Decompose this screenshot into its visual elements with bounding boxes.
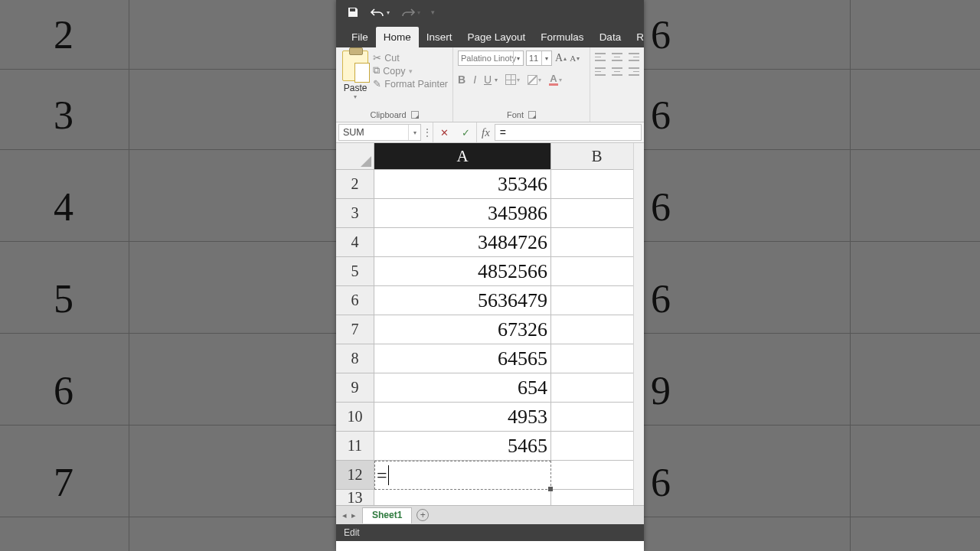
font-launcher-icon[interactable] bbox=[528, 111, 536, 119]
font-size-value: 11 bbox=[529, 54, 538, 63]
cell-A10[interactable]: 4953 bbox=[374, 403, 551, 432]
font-color-button[interactable]: A▾ bbox=[549, 73, 561, 86]
cell-A7[interactable]: 67326 bbox=[374, 315, 551, 344]
cell-A4[interactable]: 3484726 bbox=[374, 228, 551, 257]
underline-button[interactable]: U bbox=[484, 73, 492, 86]
cut-button[interactable]: ✂ Cut bbox=[373, 52, 448, 64]
row-header[interactable]: 4 bbox=[336, 228, 374, 257]
excel-window: ▾ ▾ ▾ File Home Insert Page Layout Formu… bbox=[336, 0, 644, 551]
redo-icon[interactable]: ▾ bbox=[400, 7, 420, 18]
paste-icon bbox=[342, 51, 368, 81]
cell-A11[interactable]: 5465 bbox=[374, 432, 551, 461]
row-header[interactable]: 5 bbox=[336, 257, 374, 286]
cell-B4[interactable] bbox=[551, 228, 643, 257]
accept-formula-button[interactable]: ✓ bbox=[455, 122, 476, 142]
grow-font-icon[interactable]: A bbox=[554, 52, 564, 64]
tab-insert[interactable]: Insert bbox=[419, 27, 460, 47]
cell-B13[interactable] bbox=[551, 490, 643, 505]
row-header[interactable]: 10 bbox=[336, 403, 374, 432]
column-header-B[interactable]: B bbox=[551, 143, 643, 170]
tab-home[interactable]: Home bbox=[376, 27, 419, 47]
sheet-prev-icon[interactable]: ◂ bbox=[341, 510, 348, 520]
cell-A6[interactable]: 5636479 bbox=[374, 286, 551, 315]
row-header[interactable]: 12 bbox=[336, 461, 374, 490]
quick-access-toolbar: ▾ ▾ ▾ bbox=[336, 0, 644, 24]
cell-B7[interactable] bbox=[551, 315, 643, 344]
borders-button[interactable]: ▾ bbox=[505, 74, 520, 85]
bucket-icon bbox=[528, 75, 537, 85]
new-sheet-button[interactable]: + bbox=[416, 509, 429, 521]
cell-B2[interactable] bbox=[551, 170, 643, 199]
row-header[interactable]: 6 bbox=[336, 286, 374, 315]
tab-file[interactable]: File bbox=[344, 27, 376, 47]
clipboard-launcher-icon[interactable] bbox=[411, 111, 419, 119]
fill-handle[interactable] bbox=[548, 487, 553, 491]
formula-bar-value: = bbox=[500, 126, 506, 139]
table-row: 13 bbox=[336, 490, 644, 505]
row-header[interactable]: 8 bbox=[336, 344, 374, 373]
sheet-nav[interactable]: ◂▸ bbox=[341, 510, 358, 520]
table-row: 54852566 bbox=[336, 257, 644, 286]
tab-review[interactable]: Re bbox=[629, 27, 644, 47]
tab-page-layout[interactable]: Page Layout bbox=[460, 27, 534, 47]
status-bar: Edit bbox=[336, 524, 644, 541]
name-box[interactable]: SUM ▾ bbox=[338, 124, 421, 141]
fx-icon[interactable]: fx bbox=[476, 122, 495, 142]
row-header[interactable]: 9 bbox=[336, 373, 374, 403]
chevron-down-icon[interactable]: ▾ bbox=[408, 125, 420, 140]
cell-A8[interactable]: 64565 bbox=[374, 344, 551, 373]
row-header[interactable]: 7 bbox=[336, 315, 374, 344]
save-icon[interactable] bbox=[347, 6, 359, 18]
align-right-icon[interactable] bbox=[629, 67, 639, 76]
sheet-tab-sheet1[interactable]: Sheet1 bbox=[362, 507, 412, 523]
cell-B12[interactable] bbox=[551, 461, 643, 490]
italic-button[interactable]: I bbox=[473, 73, 476, 86]
bold-button[interactable]: B bbox=[458, 73, 466, 86]
cell-B9[interactable] bbox=[551, 373, 643, 403]
font-name-select[interactable]: Palatino Linoty ▾ bbox=[458, 51, 524, 66]
cell-B10[interactable] bbox=[551, 403, 643, 432]
shrink-font-icon[interactable]: A bbox=[569, 54, 577, 63]
tab-formulas[interactable]: Formulas bbox=[533, 27, 591, 47]
cell-A9[interactable]: 654 bbox=[374, 373, 551, 403]
undo-icon[interactable]: ▾ bbox=[370, 7, 390, 18]
column-header-A[interactable]: A bbox=[374, 143, 551, 170]
cell-A2[interactable]: 35346 bbox=[374, 170, 551, 199]
align-center-icon[interactable] bbox=[612, 67, 622, 76]
font-size-select[interactable]: 11 ▾ bbox=[526, 51, 552, 66]
cell-B6[interactable] bbox=[551, 286, 643, 315]
cell-A12-editing[interactable]: = bbox=[374, 461, 551, 490]
cell-A5[interactable]: 4852566 bbox=[374, 257, 551, 286]
row-header[interactable]: 13 bbox=[336, 490, 374, 505]
format-painter-button[interactable]: ✎ Format Painter bbox=[373, 78, 448, 90]
customize-qat-icon[interactable]: ▾ bbox=[431, 8, 435, 16]
formula-bar-input[interactable]: = bbox=[495, 124, 642, 141]
align-bottom-icon[interactable] bbox=[629, 53, 639, 61]
font-color-icon: A bbox=[549, 73, 557, 86]
cell-B3[interactable] bbox=[551, 199, 643, 228]
align-top-icon[interactable] bbox=[595, 53, 606, 61]
fill-color-button[interactable]: ▾ bbox=[528, 75, 541, 85]
align-left-icon[interactable] bbox=[595, 67, 606, 76]
sheet-next-icon[interactable]: ▸ bbox=[350, 510, 358, 520]
row-header[interactable]: 11 bbox=[336, 432, 374, 461]
select-all-triangle[interactable] bbox=[336, 143, 374, 170]
row-header[interactable]: 3 bbox=[336, 199, 374, 228]
cell-B11[interactable] bbox=[551, 432, 643, 461]
copy-button[interactable]: ⧉ Copy ▾ bbox=[373, 65, 448, 77]
cell-A13[interactable] bbox=[374, 490, 551, 505]
table-row: 235346 bbox=[336, 170, 644, 199]
cell-B5[interactable] bbox=[551, 257, 643, 286]
tab-data[interactable]: Data bbox=[592, 27, 629, 47]
cancel-formula-button[interactable]: ✕ bbox=[433, 122, 455, 142]
cell-B8[interactable] bbox=[551, 344, 643, 373]
chevron-down-icon[interactable]: ▾ bbox=[541, 51, 551, 65]
ribbon-tabs: File Home Insert Page Layout Formulas Da… bbox=[336, 24, 644, 47]
paste-button[interactable]: Paste ▾ bbox=[341, 51, 370, 109]
table-row: 3345986 bbox=[336, 199, 644, 228]
row-header[interactable]: 2 bbox=[336, 170, 374, 199]
vertical-scrollbar[interactable] bbox=[633, 143, 644, 505]
align-middle-icon[interactable] bbox=[612, 53, 622, 61]
chevron-down-icon[interactable]: ▾ bbox=[513, 51, 523, 65]
cell-A3[interactable]: 345986 bbox=[374, 199, 551, 228]
